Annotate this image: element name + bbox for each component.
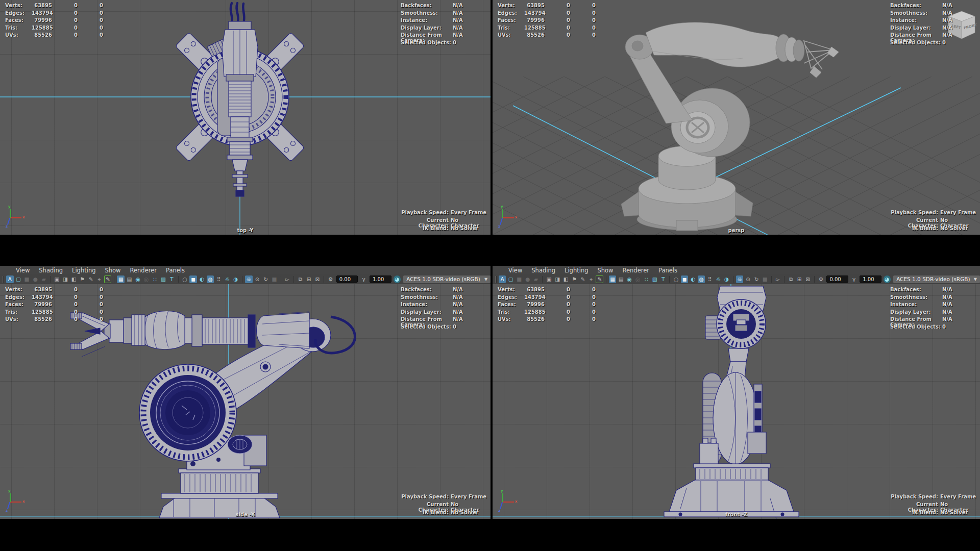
select-by-name-icon[interactable]: A (6, 276, 14, 283)
default-lighting-icon[interactable]: ■ (761, 276, 769, 283)
resolution-gate-icon[interactable]: ◉ (626, 276, 633, 283)
marquee-select-icon[interactable]: ▢ (15, 276, 22, 283)
gamma-icon[interactable]: γ (360, 276, 368, 283)
camera-bookmark-icon[interactable]: ⚑ (571, 276, 578, 283)
view-transform-dropdown[interactable]: ACES 1.0 SDR-video (sRGB)▼ (403, 276, 491, 283)
exposure-icon[interactable]: ⚙ (817, 276, 825, 283)
film-gate-icon[interactable]: ▤ (126, 276, 133, 283)
menu-panels[interactable]: Panels (654, 266, 682, 274)
viewport-side-canvas[interactable]: Verts:6389500Edges:14379400Faces:7999600… (0, 284, 491, 519)
isolate-add-selected-icon[interactable]: ⊞ (796, 276, 803, 283)
select-camera-icon[interactable]: ▣ (545, 276, 553, 283)
menu-panels[interactable]: Panels (161, 266, 189, 274)
xray-icon[interactable]: ☠ (736, 276, 744, 283)
wireframe-on-shaded-icon[interactable]: ◍ (698, 276, 705, 283)
menu-view[interactable]: View (504, 266, 527, 274)
film-gate-icon[interactable]: ▤ (617, 276, 625, 283)
viewport-persp-canvas[interactable]: LEFT FRONT Verts:6389500Edges:14379400Fa… (493, 0, 980, 235)
default-material-icon[interactable]: ⠿ (215, 276, 223, 283)
grid-toggle-icon[interactable]: ▦ (117, 276, 125, 283)
gate-mask-icon[interactable]: ◎ (634, 276, 642, 283)
plane-mode-icon[interactable]: ▰ (40, 276, 47, 283)
xray-active-components-icon[interactable]: ↻ (262, 276, 270, 283)
plane-mode-icon[interactable]: ▰ (532, 276, 540, 283)
chevron-down-icon[interactable]: ▼ (971, 277, 977, 282)
selection-highlighting-icon[interactable]: ▻ (774, 276, 782, 283)
component-mode-icon[interactable]: ● (524, 276, 531, 283)
color-management-icon[interactable]: ◕ (884, 276, 891, 283)
component-mode-icon[interactable]: ● (32, 276, 39, 283)
menu-renderer[interactable]: Renderer (618, 266, 654, 274)
annotate-pencil-icon[interactable]: ✎ (596, 276, 603, 283)
gamma-icon[interactable]: γ (850, 276, 858, 283)
default-lighting-icon[interactable]: ■ (271, 276, 278, 283)
pan-camera-icon[interactable]: ◨ (554, 276, 561, 283)
exposure-value-input[interactable]: 0.00 (336, 276, 358, 283)
isolate-select-icon[interactable]: ⧉ (297, 276, 304, 283)
menu-show[interactable]: Show (101, 266, 126, 274)
xray-active-components-icon[interactable]: ↻ (753, 276, 761, 283)
isolate-remove-selected-icon[interactable]: ⊠ (314, 276, 322, 283)
gamma-value-input[interactable]: 1.00 (860, 276, 881, 283)
field-chart-icon[interactable]: ∷ (643, 276, 650, 283)
isolate-select-icon[interactable]: ⧉ (787, 276, 795, 283)
pan-camera-icon[interactable]: ◨ (62, 276, 69, 283)
hud-detail-row: Smoothness:N/A (401, 10, 476, 18)
gate-mask-icon[interactable]: ◎ (142, 276, 150, 283)
safe-title-icon[interactable]: T (659, 276, 667, 283)
orbit-camera-icon[interactable]: ◧ (70, 276, 78, 283)
isolate-remove-selected-icon[interactable]: ⊠ (804, 276, 812, 283)
2d-pan-zoom-icon[interactable]: ⌖ (95, 276, 103, 283)
default-material-icon[interactable]: ⠿ (706, 276, 714, 283)
safe-action-icon[interactable]: ▧ (651, 276, 658, 283)
hud-stat-value: 125885 (32, 25, 52, 33)
shaded-mode-icon[interactable]: ◼ (681, 276, 689, 283)
selection-highlighting-icon[interactable]: ▻ (284, 276, 291, 283)
menu-lighting[interactable]: Lighting (67, 266, 100, 274)
exposure-value-input[interactable]: 0.00 (826, 276, 848, 283)
menu-lighting[interactable]: Lighting (560, 266, 593, 274)
wireframe-mode-icon[interactable]: ○ (181, 276, 189, 283)
object-mode-icon[interactable]: ■ (516, 276, 523, 283)
menu-view[interactable]: View (11, 266, 34, 274)
menu-renderer[interactable]: Renderer (126, 266, 162, 274)
safe-title-icon[interactable]: T (168, 276, 176, 283)
lights-icon[interactable]: ☼ (224, 276, 231, 283)
grease-pencil-icon[interactable]: ✎ (579, 276, 586, 283)
isolate-add-selected-icon[interactable]: ⊞ (305, 276, 313, 283)
viewport-front-canvas[interactable]: Verts:6389500Edges:14379400Faces:7999600… (493, 284, 980, 519)
lights-icon[interactable]: ☼ (715, 276, 722, 283)
select-camera-icon[interactable]: ▣ (53, 276, 61, 283)
menu-shading[interactable]: Shading (527, 266, 560, 274)
shadows-icon[interactable]: ◑ (723, 276, 730, 283)
wireframe-on-shaded-icon[interactable]: ◍ (207, 276, 214, 283)
select-by-name-icon[interactable]: A (499, 276, 506, 283)
field-chart-icon[interactable]: ∷ (151, 276, 159, 283)
resolution-gate-icon[interactable]: ◉ (134, 276, 142, 283)
shaded-mode-icon[interactable]: ◼ (189, 276, 197, 283)
xray-joints-icon[interactable]: ⊙ (254, 276, 261, 283)
safe-action-icon[interactable]: ▧ (160, 276, 167, 283)
grease-pencil-icon[interactable]: ✎ (87, 276, 95, 283)
wireframe-mode-icon[interactable]: ○ (672, 276, 680, 283)
menu-shading[interactable]: Shading (34, 266, 67, 274)
textured-mode-icon[interactable]: ◐ (198, 276, 206, 283)
menu-show[interactable]: Show (593, 266, 618, 274)
gamma-value-input[interactable]: 1.00 (370, 276, 391, 283)
chevron-down-icon[interactable]: ▼ (481, 277, 487, 282)
marquee-select-icon[interactable]: ▢ (507, 276, 514, 283)
annotate-pencil-icon[interactable]: ✎ (104, 276, 112, 283)
xray-joints-icon[interactable]: ⊙ (744, 276, 752, 283)
viewport-top-canvas[interactable]: Verts:6389500Edges:14379400Faces:7999600… (0, 0, 491, 235)
shadows-icon[interactable]: ◑ (232, 276, 240, 283)
view-transform-dropdown[interactable]: ACES 1.0 SDR-video (sRGB)▼ (893, 276, 980, 283)
grid-toggle-icon[interactable]: ▦ (609, 276, 617, 283)
xray-icon[interactable]: ☠ (245, 276, 253, 283)
camera-bookmark-icon[interactable]: ⚑ (79, 276, 86, 283)
orbit-camera-icon[interactable]: ◧ (562, 276, 570, 283)
2d-pan-zoom-icon[interactable]: ⌖ (587, 276, 595, 283)
textured-mode-icon[interactable]: ◐ (689, 276, 697, 283)
exposure-icon[interactable]: ⚙ (327, 276, 334, 283)
color-management-icon[interactable]: ◕ (394, 276, 401, 283)
object-mode-icon[interactable]: ■ (23, 276, 31, 283)
